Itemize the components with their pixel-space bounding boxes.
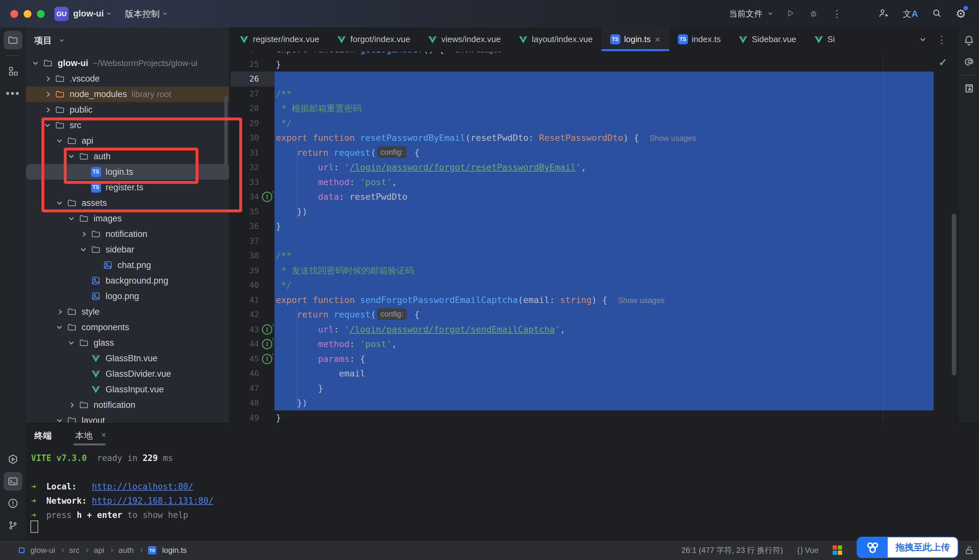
inspections-ok-icon[interactable] <box>939 56 947 68</box>
editor-tab[interactable]: views/index.vue <box>419 28 510 51</box>
tree-row[interactable]: GlassBtn.vue <box>26 350 230 366</box>
tree-row[interactable]: .vscode <box>26 71 230 87</box>
vue-icon <box>90 369 102 379</box>
tree-row[interactable]: images <box>26 211 230 226</box>
settings-gear-icon[interactable] <box>956 7 966 21</box>
tree-row[interactable]: glass <box>26 335 230 350</box>
line-number: 36 <box>230 219 259 233</box>
more-actions-icon[interactable] <box>832 8 842 19</box>
chevron-right-icon[interactable] <box>57 309 62 314</box>
line-number: 43 <box>230 322 259 337</box>
chevron-down-icon[interactable] <box>57 324 62 329</box>
editor-tab[interactable]: forgot/index.vue <box>328 28 419 51</box>
minimize-window-button[interactable] <box>23 10 32 18</box>
bell-icon[interactable] <box>961 32 977 49</box>
chevron-down-icon[interactable] <box>33 60 38 65</box>
tree-row[interactable]: notification <box>26 226 230 242</box>
editor-tab[interactable]: layout/index.vue <box>510 28 602 51</box>
ai-assistant-icon[interactable] <box>961 53 977 70</box>
translate-icon[interactable]: 文A <box>902 8 918 20</box>
chevron-right-icon[interactable] <box>81 232 86 237</box>
terminal-tab-local[interactable]: 本地 <box>75 430 93 442</box>
hidden-tabs-chevron-icon[interactable] <box>921 36 926 42</box>
terminal-panel-title[interactable]: 终端 <box>34 430 52 442</box>
problems-icon[interactable] <box>3 494 22 513</box>
chevron-down-icon <box>769 11 773 15</box>
terminal-link[interactable]: http://192.168.1.131:80/ <box>92 496 213 506</box>
tree-row[interactable]: glow-ui~/WebstormProjects/glow-ui <box>26 55 230 71</box>
folder-icon <box>66 416 78 423</box>
chevron-right-icon[interactable] <box>45 107 50 112</box>
terminal-link[interactable]: http://localhost:80/ <box>92 482 193 492</box>
chevron-down-icon[interactable] <box>57 417 62 422</box>
caret-position-info[interactable]: 26:1 (477 字符, 23 行 换行符) <box>682 545 783 555</box>
close-window-button[interactable] <box>10 10 18 18</box>
chevron-right-icon[interactable] <box>45 76 50 81</box>
terminal-icon[interactable] <box>3 472 22 491</box>
tree-row[interactable]: sidebar <box>26 242 230 257</box>
line-number: 45 <box>230 352 259 366</box>
project-panel-header[interactable]: 项目 <box>26 28 229 46</box>
zoom-window-button[interactable] <box>37 10 45 18</box>
tree-item-label: style <box>82 307 100 317</box>
input-method-icon[interactable] <box>833 545 842 555</box>
breadcrumb-item[interactable]: glow-ui <box>30 546 55 555</box>
chevron-down-icon[interactable] <box>69 339 74 344</box>
tree-row[interactable]: logo.png <box>26 288 230 304</box>
language-indicator[interactable]: Vue <box>797 546 819 555</box>
gutter-usage-icon[interactable]: I <box>262 192 272 202</box>
tree-row[interactable]: node_moduleslibrary root <box>26 87 230 102</box>
breadcrumb-item[interactable]: src <box>69 546 80 555</box>
tree-row[interactable]: layout <box>26 413 230 423</box>
editor-tab[interactable]: TSlogin.ts <box>602 28 669 51</box>
breadcrumb-item[interactable]: auth <box>118 546 134 555</box>
services-icon[interactable] <box>3 450 22 469</box>
tab-label: login.ts <box>624 34 651 44</box>
gutter-usage-icon[interactable]: I <box>262 354 272 364</box>
tree-row[interactable]: GlassInput.vue <box>26 382 230 397</box>
editor-tab[interactable]: TSindex.ts <box>669 28 730 51</box>
chevron-right-icon[interactable] <box>45 92 50 97</box>
run-configuration-selector[interactable]: 当前文件 <box>729 8 772 19</box>
editor-tab[interactable]: Si <box>805 28 835 51</box>
search-everywhere-icon[interactable] <box>932 8 942 20</box>
git-icon[interactable] <box>3 516 22 535</box>
project-name-menu[interactable]: glow-ui <box>73 9 103 19</box>
gutter-usage-icon[interactable]: I <box>262 339 272 349</box>
editor-tab[interactable]: register/index.vue <box>230 28 328 51</box>
terminal-tab-underline <box>73 443 105 445</box>
chevron-down-icon[interactable] <box>69 215 74 220</box>
tree-row[interactable]: public <box>26 102 230 118</box>
tab-options-icon[interactable] <box>937 34 947 45</box>
project-folder-icon[interactable] <box>3 31 22 50</box>
line-number: 49 <box>230 410 259 423</box>
breadcrumb-file[interactable]: login.ts <box>162 546 187 555</box>
drag-upload-button[interactable]: 拖拽至此上传 <box>857 537 958 558</box>
unlock-icon[interactable] <box>964 545 974 557</box>
dictionary-icon[interactable] <box>961 80 977 97</box>
structure-icon[interactable] <box>3 62 22 81</box>
code-line: url: '/login/password/forgot/resetPasswo… <box>276 160 586 175</box>
breadcrumb-item[interactable]: api <box>94 546 104 555</box>
chevron-down-icon[interactable] <box>81 246 86 251</box>
folder-icon <box>66 322 78 332</box>
more-icon[interactable]: ••• <box>3 84 22 103</box>
run-button[interactable] <box>786 8 795 19</box>
tree-row[interactable]: style <box>26 304 230 320</box>
close-icon[interactable] <box>655 34 660 45</box>
gutter-usage-icon[interactable]: I <box>262 324 272 335</box>
chevron-right-icon[interactable] <box>69 402 74 408</box>
tree-row[interactable]: components <box>26 320 230 335</box>
code-line: export function sendForgotPasswordEmailC… <box>276 293 665 307</box>
tree-row[interactable]: GlassDivider.vue <box>26 366 230 382</box>
tree-row[interactable]: notification <box>26 397 230 413</box>
close-icon[interactable] <box>101 430 106 440</box>
debug-button[interactable] <box>809 8 819 19</box>
tree-row[interactable]: background.png <box>26 273 230 288</box>
editor-tab[interactable]: Sidebar.vue <box>729 28 805 51</box>
tree-row[interactable]: chat.png <box>26 257 230 273</box>
version-control-menu[interactable]: 版本控制 <box>125 8 160 20</box>
editor-scrollbar[interactable] <box>952 213 956 375</box>
code-line: */ <box>276 116 292 130</box>
code-with-me-icon[interactable] <box>878 8 889 20</box>
